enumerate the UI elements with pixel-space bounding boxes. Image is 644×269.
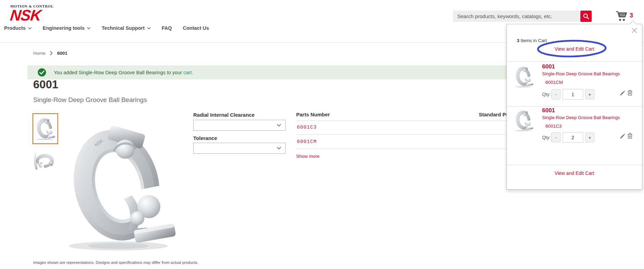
nav-engineering-tools[interactable]: Engineering tools [43, 25, 91, 31]
items-count-number: 3 [517, 38, 520, 43]
column-header-standard-price: Standard Pri [479, 112, 509, 117]
pencil-icon [620, 90, 626, 96]
clearance-label: Radial Internal Clearance [193, 112, 254, 118]
edit-item-button[interactable] [619, 133, 626, 140]
cart-link[interactable]: cart [183, 70, 192, 75]
logo-brand: NSK [10, 8, 42, 23]
nav-engineering-tools-label: Engineering tools [43, 25, 84, 31]
nav-faq[interactable]: FAQ [162, 25, 172, 31]
success-message-period: . [192, 70, 193, 75]
check-circle-icon [38, 68, 46, 77]
view-and-edit-cart-link-top[interactable]: View and Edit Cart [507, 46, 642, 52]
cart-item-title[interactable]: 6001 [542, 107, 555, 114]
remove-item-button[interactable] [627, 132, 633, 139]
column-header-parts-number: Parts Number [296, 112, 330, 117]
minicart-popup: 3 Items in Cart View and Edit Cart 6001 … [507, 24, 642, 190]
cart-item-thumbnail [513, 108, 535, 132]
part-number-link[interactable]: 6001CM [297, 139, 317, 144]
bearing-thumbnail-image [33, 151, 56, 172]
chevron-right-icon [50, 51, 53, 55]
product-main-image [54, 120, 189, 254]
remove-item-button[interactable] [627, 89, 633, 96]
items-in-cart-count: 3 Items in Cart [517, 38, 547, 43]
breadcrumb-home[interactable]: Home [33, 51, 45, 56]
nav-faq-label: FAQ [162, 25, 172, 31]
clearance-select[interactable] [193, 120, 286, 131]
qty-input[interactable] [563, 89, 583, 100]
close-icon[interactable] [631, 27, 638, 34]
qty-decrease-button[interactable]: - [551, 89, 561, 99]
cart-item-part-number: 6001C3 [546, 124, 562, 129]
breadcrumb-current: 6001 [57, 51, 67, 56]
qty-label: Qty: [542, 92, 551, 97]
cart-item-part-number: 6001CM [546, 80, 563, 85]
cart-count-badge[interactable]: 3 [630, 12, 633, 19]
chevron-down-icon [28, 27, 32, 29]
cart-item-subtitle: Single-Row Deep Groove Ball Bearings [542, 71, 620, 76]
view-and-edit-cart-link-bottom[interactable]: View and Edit Cart [507, 170, 642, 176]
qty-decrease-button[interactable]: - [551, 132, 561, 142]
tolerance-select[interactable] [193, 143, 286, 154]
search-button[interactable] [580, 11, 592, 22]
bearing-photo [54, 120, 189, 254]
nav-technical-support[interactable]: Technical Support [102, 25, 150, 31]
nav-technical-support-label: Technical Support [102, 25, 144, 31]
pencil-icon [620, 133, 626, 139]
breadcrumb: Home 6001 [33, 51, 67, 56]
chevron-down-icon [147, 27, 151, 29]
nsk-logo[interactable]: MOTION & CONTROL NSK [10, 4, 54, 23]
cart-icon[interactable] [615, 11, 628, 22]
image-disclaimer: Images shown are representations. Design… [33, 260, 198, 265]
qty-increase-button[interactable]: + [585, 132, 594, 142]
success-message: You added Single-Row Deep Groove Ball Be… [54, 70, 193, 75]
qty-input[interactable] [563, 132, 583, 143]
qty-label: Qty: [542, 135, 551, 140]
chevron-down-icon [87, 27, 91, 29]
nav-contact-us[interactable]: Contact Us [183, 25, 209, 31]
search-input[interactable] [453, 11, 580, 22]
popup-divider [507, 106, 642, 107]
nav-products-label: Products [4, 25, 26, 31]
chevron-down-icon [277, 147, 281, 150]
page-title: 6001 [33, 78, 58, 91]
items-count-text: Items in Cart [520, 38, 547, 43]
show-more-link[interactable]: Show more [296, 154, 319, 159]
search-icon [583, 13, 589, 20]
cart-item-title[interactable]: 6001 [542, 63, 555, 70]
page: MOTION & CONTROL NSK Products Engineerin… [0, 0, 644, 269]
qty-increase-button[interactable]: + [585, 89, 594, 99]
cart-item-subtitle: Single-Row Deep Groove Ball Bearings [542, 115, 620, 120]
cart-item-thumbnail [513, 65, 535, 89]
page-subtitle: Single-Row Deep Groove Ball Bearings [33, 96, 147, 104]
chevron-down-icon [277, 124, 281, 127]
trash-icon [627, 89, 633, 96]
nav-products[interactable]: Products [4, 25, 32, 31]
edit-item-button[interactable] [619, 90, 626, 97]
main-nav: Products Engineering tools Technical Sup… [4, 25, 209, 31]
part-number-link[interactable]: 6001C3 [297, 125, 317, 130]
nav-contact-us-label: Contact Us [183, 25, 209, 31]
popup-divider [507, 61, 642, 62]
tolerance-label: Tolerance [193, 135, 217, 141]
success-message-text: You added Single-Row Deep Groove Ball Be… [54, 70, 183, 75]
product-thumbnail-2[interactable] [33, 151, 56, 172]
bearing-thumbnail-image [34, 115, 57, 143]
popup-divider [507, 165, 642, 165]
trash-icon [627, 132, 633, 139]
